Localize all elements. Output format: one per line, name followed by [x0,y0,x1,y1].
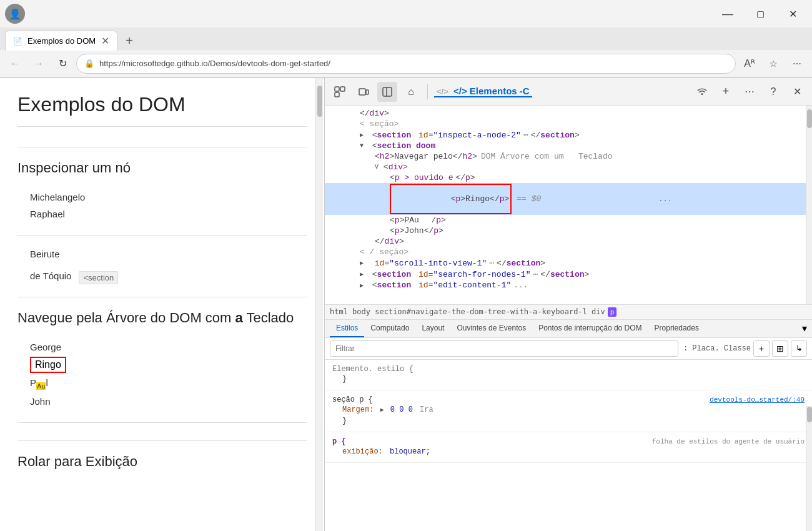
section-navigate: Navegue pela Árvore do DOM com a Teclado… [17,310,307,441]
inspect-element-btn[interactable] [330,82,350,102]
style-close-1: } [332,374,805,385]
breadcrumb-bar: html body section#navigate-the-dom-tree-… [325,304,812,320]
svg-rect-5 [383,87,392,96]
refresh-button[interactable]: ↻ [52,54,72,74]
add-style-rule-btn[interactable]: + [753,340,770,357]
tab-propriedades[interactable]: Propriedades [648,320,705,337]
style-selector-element: Elemento. estilo { [332,365,805,374]
triangle-icon-2[interactable]: ▼ [360,142,367,149]
name-ringo-wrapper: Ringo [30,355,307,374]
tree-line-section-inspect[interactable]: ▶ <section id="inspect-a-node-2" ⋯ </sec… [325,129,812,141]
tab-bar: 📄 Exemplos do DOM ✕ + [0,27,812,50]
margin-triangle[interactable]: ▶ [380,407,384,414]
style-selector-secao-p-row: seção p { devtools-do…started/:49 [332,395,805,404]
tree-line-h2[interactable]: <h2> Navegar pelo </h2> DOM Árvore com u… [325,151,812,162]
close-devtools-btn[interactable]: ✕ [787,82,807,102]
home-btn[interactable]: ⌂ [401,82,421,102]
address-bar[interactable]: 🔒 https://microsoftedge.github.io/Demos/… [76,54,736,74]
device-toolbar-btn[interactable] [354,82,374,102]
help-btn[interactable]: ? [763,82,783,102]
minimize-button[interactable]: — [713,4,742,23]
style-block-secao-p: seção p { devtools-do…started/:49 Margem… [325,390,812,432]
tree-line-p-paul[interactable]: <p>PAu /p> [325,215,812,226]
active-tab[interactable]: 📄 Exemplos do DOM ✕ [5,31,117,51]
tree-line-section-doom[interactable]: ▼ <section doom [325,141,812,151]
devtools-panel: ⌂ </> </> Elementos -C + ⋯ ? ✕ </div> [325,78,812,531]
url-text: https://microsoftedge.github.io/Demos/de… [99,59,330,68]
triangle-icon-1[interactable]: ▶ [360,131,367,139]
new-tab-button[interactable]: + [120,31,139,50]
tab-computado[interactable]: Computado [364,320,415,337]
style-block-element: Elemento. estilo { } [325,360,812,390]
read-aloud-button[interactable]: Aᴿ [740,54,760,74]
tab-estilos[interactable]: Estilos [330,320,364,337]
name-list-inspect: Michelangelo Raphael [17,184,307,227]
triangle-icon-4[interactable]: ▶ [360,270,367,278]
style-rule-margin: Margem: ▶ 0 0 0 Ira [332,404,805,415]
dom-scrollbar[interactable] [806,106,812,304]
styles-scrollbar-thumb [807,407,812,422]
styles-right-btns: + ⊞ ↳ [753,340,807,357]
toggle-element-state-btn[interactable]: ⊞ [772,340,788,357]
breadcrumb-end[interactable]: p [608,307,617,317]
wifi-icon-btn[interactable] [692,82,712,102]
city-toquio: de Tóquio [30,267,71,284]
tree-line-secao-close[interactable]: < seção> [325,119,812,129]
triangle-icon-5[interactable]: ▶ [360,282,367,289]
favorites-button[interactable]: ☆ [763,54,783,74]
tree-comment-2: < / seção> [360,247,408,257]
filter-input[interactable] [330,340,678,357]
tree-line-p-john[interactable]: <p>John</p> [325,226,812,236]
tab-close-button[interactable]: ✕ [101,36,109,46]
style-source-useragent: folha de estilos do agente de usuário [652,438,805,445]
back-button[interactable]: ← [5,54,25,74]
section-navigate-title: Navegue pela Árvore do DOM com a Teclado [17,310,307,326]
city-beirute-row: Beirute [17,243,307,265]
elements-tab-active[interactable]: </> </> Elementos -C [434,86,532,97]
maximize-button[interactable]: ▢ [746,4,775,23]
tree-line-section-scroll[interactable]: ▶ id="scroll-into-view-1" ⋯ </section> [325,257,812,269]
elements-tab-label: </> Elementos -C [453,86,530,96]
tree-line-div-close-2[interactable]: </div> [325,236,812,247]
dom-scrollbar-thumb [807,109,812,128]
add-panel-btn[interactable]: + [716,82,736,102]
profile-icon[interactable]: 👤 [5,4,25,24]
tree-line-p-ouvido[interactable]: <p > ouvido e </p> [325,172,812,183]
filter-label: : Placa. Classe [683,344,751,353]
styles-scrollbar[interactable] [806,406,812,531]
city-beirute: Beirute [30,246,60,262]
more-tools-btn[interactable]: ⋯ [740,82,760,102]
settings-button[interactable]: ⋯ [787,54,807,74]
panel-expand-btn[interactable]: ▾ [802,320,807,337]
sub-au: Au [36,382,46,390]
forward-button[interactable]: → [29,54,49,74]
tab-title: Exemplos do DOM [27,36,96,46]
devtools-subtabs: Estilos Computado Layout Ouvintes de Eve… [325,320,812,338]
section-rolar-title: Rolar para Exibição [17,454,307,470]
tree-line-section-search[interactable]: ▶ <section id="search-for-nodes-1" ⋯ </s… [325,269,812,280]
name-michelangelo: Michelangelo [30,189,307,206]
tab-breakpoints[interactable]: Pontos de interrupção do DOM [532,320,648,337]
section-inspect-title: Inspecionar um nó [17,160,307,176]
svg-rect-3 [359,89,365,95]
tree-line-div[interactable]: V <div> [325,162,812,172]
toolbar-divider [427,84,428,99]
tree-comment-1: < seção> [360,119,399,129]
dom-tree[interactable]: </div> < seção> ▶ <section id="inspect-a… [325,106,812,304]
tree-line-section-edit[interactable]: ▶ <section id="edit-content-1" ... [325,280,812,290]
dom-tree-wrapper: </div> < seção> ▶ <section id="inspect-a… [325,106,812,531]
triangle-icon-3[interactable]: ▶ [360,259,367,267]
svg-rect-2 [340,87,345,91]
tree-line-div-close[interactable]: </div> [325,108,812,119]
tab-layout[interactable]: Layout [415,320,450,337]
sidebar-toggle-btn[interactable] [377,82,397,102]
style-source-link[interactable]: devtools-do…started/:49 [710,396,805,404]
tree-line-secao-close-2[interactable]: < / seção> [325,247,812,257]
close-button[interactable]: ✕ [778,4,807,23]
panel-scroll[interactable] [315,78,323,531]
new-style-rule-btn[interactable]: ↳ [791,340,807,357]
devtools-toolbar: ⌂ </> </> Elementos -C + ⋯ ? ✕ [325,78,812,106]
tree-line-p-ringo[interactable]: ... <p>Ringo</p> == $0 [325,183,812,215]
tab-ouvintes[interactable]: Ouvintes de Eventos [450,320,532,337]
styles-toolbar: : Placa. Classe + ⊞ ↳ [325,338,812,360]
